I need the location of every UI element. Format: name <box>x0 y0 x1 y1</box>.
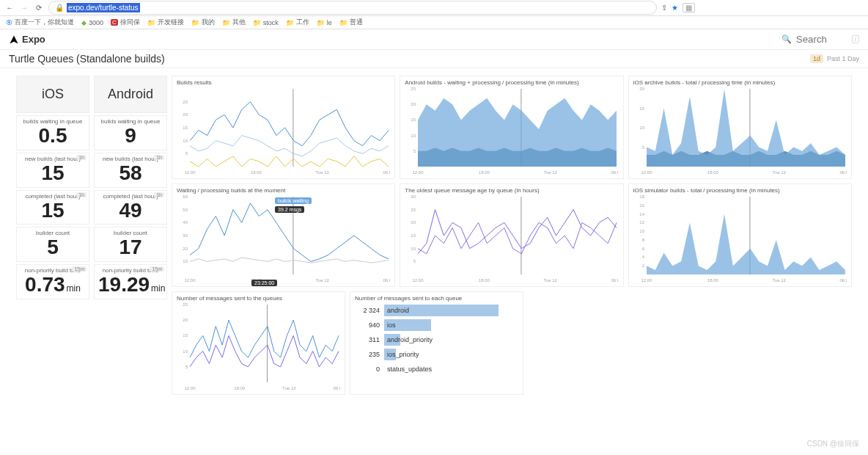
svg-text:10: 10 <box>639 229 644 233</box>
bookmark-item[interactable]: C徐同保 <box>111 18 140 27</box>
charts-column: Builds results 51015202512:0018:00Tue 12… <box>172 76 852 395</box>
search-box[interactable]: 🔍 / <box>781 34 859 45</box>
svg-text:12:00: 12:00 <box>641 170 652 175</box>
bookmark-item[interactable]: ⦿百度一下，你就知道 <box>6 18 74 27</box>
svg-text:12:00: 12:00 <box>184 170 196 175</box>
bookmark-item[interactable]: 📁其他 <box>222 18 246 27</box>
svg-text:18:00: 18:00 <box>251 170 262 175</box>
metric-card: builds waiting in queue0.5 <box>16 115 89 150</box>
svg-text:15: 15 <box>639 106 644 111</box>
svg-text:20: 20 <box>411 102 416 106</box>
svg-text:50: 50 <box>183 208 188 212</box>
metric-card: builder count5 <box>16 227 89 262</box>
bookmark-item[interactable]: 📁开发链接 <box>147 18 184 27</box>
back-button[interactable]: ← <box>4 3 15 13</box>
browser-bar: ← → ⟳ 🔒 expo.dev/turtle-status ⇪ ★ ▦ <box>0 0 868 16</box>
svg-text:5: 5 <box>185 365 188 369</box>
svg-text:18: 18 <box>639 195 644 199</box>
metric-card: completed (last hour)1h49 <box>94 190 167 225</box>
time-label: Past 1 Day <box>827 55 859 62</box>
share-icon[interactable]: ⇪ <box>661 4 667 12</box>
svg-text:Tue 12: Tue 12 <box>772 278 786 283</box>
forward-button[interactable]: → <box>19 3 29 13</box>
svg-text:5: 5 <box>413 259 416 263</box>
search-icon: 🔍 <box>781 34 792 44</box>
svg-text:15: 15 <box>183 125 188 130</box>
extension-icon[interactable]: ▦ <box>683 3 695 12</box>
metric-card: completed (last hour)1h15 <box>16 190 89 225</box>
svg-text:Tue 12: Tue 12 <box>282 386 296 390</box>
chart-ios-archive: iOS archive builds - total / processing … <box>628 76 852 179</box>
svg-text:20: 20 <box>639 87 644 91</box>
bookmark-item[interactable]: 📁普通 <box>339 18 363 27</box>
svg-text:8: 8 <box>641 238 644 242</box>
svg-text:Tue 12: Tue 12 <box>544 278 558 283</box>
dashboard: iOS builds waiting in queue0.5new builds… <box>0 68 868 402</box>
svg-text:20: 20 <box>183 247 188 251</box>
svg-text:2: 2 <box>641 263 644 268</box>
metric-card: builds waiting in queue9 <box>94 115 167 150</box>
svg-text:12:00: 12:00 <box>184 386 196 390</box>
subheader: Turtle Queues (Standalone builds) 1d Pas… <box>0 50 868 68</box>
platform-header-ios: iOS <box>16 76 89 113</box>
queue-bar-row: 311android_priority <box>355 332 518 347</box>
tooltip-value: 39.2 msgs <box>275 206 304 213</box>
svg-text:20: 20 <box>183 318 188 322</box>
svg-text:30: 30 <box>411 195 416 199</box>
svg-text:12: 12 <box>639 220 644 225</box>
reload-button[interactable]: ⟳ <box>34 3 44 13</box>
svg-text:12:00: 12:00 <box>413 170 424 175</box>
svg-text:5: 5 <box>641 145 644 150</box>
time-active[interactable]: 1d <box>810 54 823 63</box>
bookmark-item[interactable]: 📁le <box>317 19 332 26</box>
queue-bar-row: 940ios <box>355 318 518 332</box>
svg-text:25: 25 <box>183 303 188 307</box>
metrics-column: iOS builds waiting in queue0.5new builds… <box>16 76 167 395</box>
logo[interactable]: Expo <box>9 34 45 45</box>
svg-text:60: 60 <box>183 195 188 199</box>
svg-text:18:00: 18:00 <box>479 170 490 175</box>
svg-text:18:00: 18:00 <box>707 170 718 175</box>
svg-text:20: 20 <box>183 112 188 117</box>
url-bar[interactable]: 🔒 expo.dev/turtle-status <box>48 1 657 15</box>
metric-card: builder count17 <box>94 227 167 262</box>
bookmarks-bar: ⦿百度一下，你就知道 ◆3000 C徐同保 📁开发链接 📁我的 📁其他 📁sto… <box>0 16 868 29</box>
svg-text:Tue 12: Tue 12 <box>772 170 786 175</box>
app-header: Expo 🔍 / <box>0 29 868 50</box>
chart-messages-per-queue: Number of messages sent to each queue 2 … <box>350 291 523 395</box>
svg-text:25: 25 <box>411 87 416 91</box>
chart-messages-sent: Number of messages sent to the queues 51… <box>172 291 345 395</box>
chart-ios-simulator: iOS simulator builds - total / processin… <box>628 183 852 287</box>
chart-waiting-processing: Waiting / processing builds at the momen… <box>172 183 395 287</box>
android-metrics: Android builds waiting in queue9new buil… <box>94 76 167 395</box>
svg-text:30: 30 <box>183 233 188 238</box>
bookmark-item[interactable]: 📁我的 <box>191 18 215 27</box>
search-input[interactable] <box>796 34 847 45</box>
metric-card: non-priority build time15m0.73min <box>16 264 89 299</box>
svg-text:14: 14 <box>639 212 644 216</box>
ios-metrics: iOS builds waiting in queue0.5new builds… <box>16 76 89 395</box>
svg-text:Tue 12: Tue 12 <box>315 278 329 283</box>
svg-text:10: 10 <box>639 125 644 130</box>
time-selector[interactable]: 1d Past 1 Day <box>810 54 859 63</box>
lock-icon: 🔒 <box>55 4 64 12</box>
svg-text:06:00: 06:00 <box>611 170 619 175</box>
svg-text:25: 25 <box>183 100 188 104</box>
bookmark-item[interactable]: 📁stock <box>253 19 279 26</box>
svg-text:18:00: 18:00 <box>479 278 490 283</box>
queue-bar-row: 0status_updates <box>355 362 518 376</box>
svg-text:6: 6 <box>641 247 644 251</box>
bookmark-item[interactable]: ◆3000 <box>81 19 103 26</box>
svg-text:10: 10 <box>183 349 188 354</box>
page-title: Turtle Queues (Standalone builds) <box>9 53 165 65</box>
queue-bar-row: 2 324android <box>355 303 518 318</box>
queue-bar-row: 235ios_priority <box>355 347 518 362</box>
svg-text:06:00: 06:00 <box>383 278 390 283</box>
svg-text:40: 40 <box>183 220 188 225</box>
queue-bars: 2 324android940ios311android_priority235… <box>355 303 518 376</box>
svg-text:18:00: 18:00 <box>234 386 246 390</box>
svg-text:06:00: 06:00 <box>839 170 847 175</box>
svg-text:12:00: 12:00 <box>184 278 196 283</box>
star-icon[interactable]: ★ <box>672 4 678 12</box>
bookmark-item[interactable]: 📁工作 <box>286 18 309 27</box>
